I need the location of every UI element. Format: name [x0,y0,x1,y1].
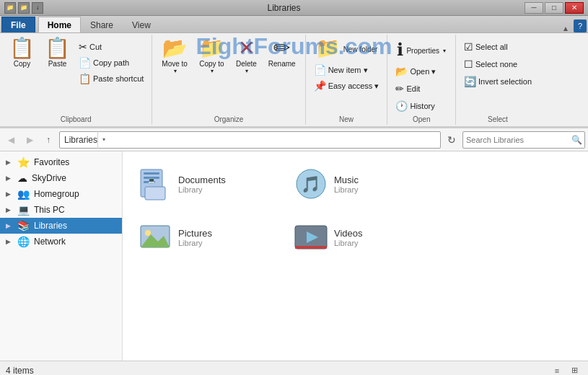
large-icons-view-button[interactable]: ⊞ [566,363,582,376]
sidebar-item-libraries[interactable]: ▶ 📚 Libraries [0,218,122,234]
move-to-button[interactable]: 📂 Move to ▾ [157,36,193,76]
item-count: 4 items [6,366,34,376]
paste-shortcut-icon: 📋 [79,73,91,84]
cut-button[interactable]: ✂ Cut [75,39,147,55]
sidebar-item-homegroup[interactable]: ▶ 👥 Homegroup [0,186,122,202]
tab-share[interactable]: Share [81,17,123,32]
details-view-button[interactable]: ≡ [549,363,565,376]
forward-button[interactable]: ▶ [22,132,38,148]
invert-selection-button[interactable]: 🔄 Invert selection [460,74,535,89]
sidebar-item-thispc[interactable]: ▶ 💻 This PC [0,202,122,218]
new-group-content: 📁 New folder 📄 New item ▾ 📌 Easy access … [310,36,383,114]
svg-text:🎵: 🎵 [301,175,321,194]
clipboard-group-content: 📋 Copy 📋 Paste ✂ Cut 📄 Copy path [4,36,147,114]
history-button[interactable]: 🕐 History [392,98,438,114]
rename-icon: ✏ [273,38,290,58]
copy-to-button[interactable]: 📁 Copy to ▾ [194,36,229,76]
videos-text: Videos Library [334,228,363,247]
pictures-icon [138,220,172,255]
libraries-expand-icon: ▶ [6,222,13,229]
tab-view[interactable]: View [123,17,160,32]
titlebar-icons: 📁 📁 ↓ [4,2,43,14]
copy-to-icon: 📁 [199,38,224,58]
main-area: ▶ ⭐ Favorites ▶ ☁ SkyDrive ▶ 👥 Homegroup… [0,151,588,361]
edit-button[interactable]: ✏ Edit [392,81,424,97]
homegroup-label: Homegroup [34,189,79,199]
organize-group-content: 📂 Move to ▾ 📁 Copy to ▾ ✕ Delete ▾ ✏ Ren… [157,36,300,114]
documents-name: Documents [178,175,226,185]
videos-name: Videos [334,228,363,239]
window-controls: ─ □ ✕ [525,2,584,14]
library-item-music[interactable]: 🎵 Music Library [290,163,434,205]
help-button[interactable]: ? [574,19,587,32]
delete-button[interactable]: ✕ Delete ▾ [231,36,262,76]
select-group: ☑ Select all ☐ Select none 🔄 Invert sele… [456,35,540,125]
paste-shortcut-button[interactable]: 📋 Paste shortcut [75,71,147,87]
copy-path-button[interactable]: 📄 Copy path [75,55,147,71]
network-expand-icon: ▶ [6,238,13,245]
open-group: ℹ Properties ▾ 📂 Open ▾ ✏ Edit 🕐 History… [387,35,456,125]
properties-icon: ℹ [397,41,403,58]
paste-icon: 📋 [45,38,70,58]
select-all-icon: ☑ [464,41,473,53]
svg-point-9 [145,230,151,236]
history-icon: 🕐 [395,100,408,112]
library-grid: 💻 Documents Library 🎵 Music Lib [134,163,576,258]
music-name: Music [334,175,359,185]
sidebar: ▶ ⭐ Favorites ▶ ☁ SkyDrive ▶ 👥 Homegroup… [0,151,123,361]
select-all-button[interactable]: ☑ Select all [460,39,512,55]
edit-icon: ✏ [395,83,404,94]
cut-icon: ✂ [79,41,87,53]
ribbon-collapse-arrow[interactable]: ▲ [559,25,572,32]
new-item-button[interactable]: 📄 New item ▾ [310,62,372,78]
easy-access-button[interactable]: 📌 Easy access ▾ [310,78,383,94]
library-item-pictures[interactable]: Pictures Library [134,216,278,258]
thispc-expand-icon: ▶ [6,206,13,213]
select-group-label: Select [460,114,535,125]
music-icon: 🎵 [294,167,328,201]
copy-button[interactable]: 📋 Copy [4,36,40,70]
search-icon-button[interactable]: 🔍 [569,132,584,148]
skydrive-label: SkyDrive [32,173,66,183]
pictures-text: Pictures Library [178,228,212,247]
svg-text:💻: 💻 [148,177,155,184]
favorites-icon: ⭐ [17,156,30,168]
copy-icon: 📋 [9,38,35,58]
up-button[interactable]: ↑ [40,132,56,148]
library-item-documents[interactable]: 💻 Documents Library [134,163,278,205]
easy-access-icon: 📌 [314,80,326,92]
paste-button[interactable]: 📋 Paste [40,36,75,70]
videos-icon [294,220,328,255]
ribbon: File Home Share View ▲ ? 📋 Copy 📋 Paste [0,16,588,128]
refresh-button[interactable]: ↻ [444,132,460,148]
address-bar[interactable]: Libraries ▾ [59,131,441,149]
ribbon-content: 📋 Copy 📋 Paste ✂ Cut 📄 Copy path [0,33,588,128]
new-folder-button[interactable]: 📁 New folder [310,36,383,62]
tab-file[interactable]: File [1,17,35,32]
svg-rect-1 [144,172,159,175]
rename-button[interactable]: ✏ Rename [263,36,301,70]
properties-button[interactable]: ℹ Properties ▾ [392,39,451,62]
documents-icon: 💻 [138,167,172,201]
close-button[interactable]: ✕ [565,2,584,14]
back-button[interactable]: ◀ [3,132,19,148]
libraries-icon: 📚 [17,220,30,231]
minimize-button[interactable]: ─ [525,2,543,14]
tab-home[interactable]: Home [38,17,81,32]
sidebar-item-skydrive[interactable]: ▶ ☁ SkyDrive [0,170,122,186]
maximize-button[interactable]: □ [545,2,563,14]
search-input[interactable] [463,136,569,144]
titlebar-icon-3: ↓ [32,2,43,14]
address-dropdown-arrow[interactable]: ▾ [97,131,109,149]
thispc-icon: 💻 [17,204,30,216]
sidebar-item-favorites[interactable]: ▶ ⭐ Favorites [0,154,122,170]
library-item-videos[interactable]: Videos Library [290,216,434,258]
new-group: 📁 New folder 📄 New item ▾ 📌 Easy access … [306,35,388,125]
select-none-button[interactable]: ☐ Select none [460,56,521,72]
skydrive-expand-icon: ▶ [6,175,13,182]
content-area: 💻 Documents Library 🎵 Music Lib [123,151,588,361]
organize-group-label: Organize [157,114,300,125]
open-button[interactable]: 📂 Open ▾ [392,63,439,79]
window-title: Libraries [43,3,525,13]
sidebar-item-network[interactable]: ▶ 🌐 Network [0,234,122,250]
